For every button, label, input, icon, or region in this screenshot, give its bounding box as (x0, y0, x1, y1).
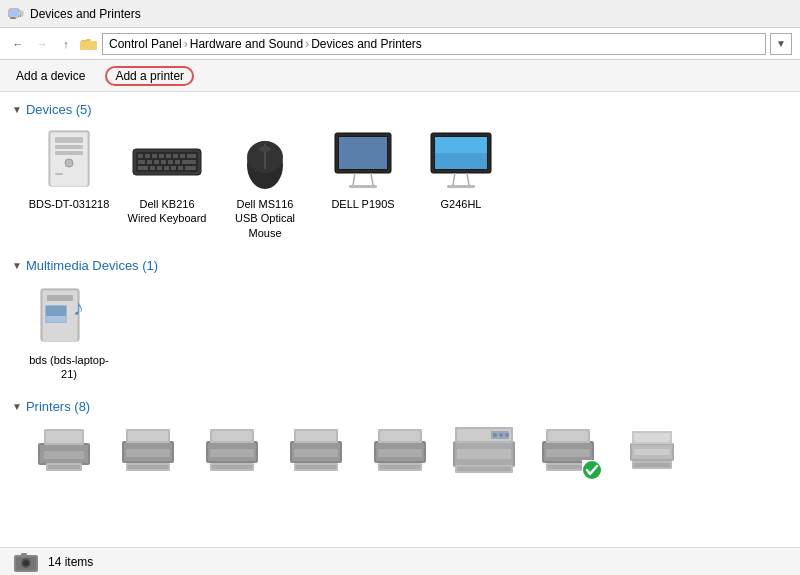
svg-line-57 (467, 173, 469, 185)
svg-rect-70 (46, 431, 82, 443)
toolbar: Add a device Add a printer (0, 60, 800, 92)
svg-rect-79 (128, 465, 168, 469)
printer-item-4[interactable] (276, 422, 356, 480)
path-icon (80, 36, 98, 52)
up-button[interactable]: ↑ (56, 34, 76, 54)
svg-rect-38 (164, 166, 169, 170)
svg-rect-86 (212, 465, 252, 469)
title-bar-icon (8, 6, 24, 22)
svg-rect-17 (55, 173, 63, 175)
svg-rect-91 (296, 431, 336, 441)
svg-point-130 (23, 560, 29, 566)
svg-rect-35 (138, 166, 148, 170)
device-item-keyboard[interactable]: Dell KB216 Wired Keyboard (122, 125, 212, 244)
multimedia-section-title: Multimedia Devices (1) (26, 258, 158, 273)
svg-rect-126 (634, 463, 670, 467)
svg-rect-116 (548, 431, 588, 441)
svg-rect-96 (378, 449, 422, 457)
svg-rect-14 (55, 145, 83, 149)
svg-rect-10 (86, 39, 91, 41)
svg-line-56 (453, 173, 455, 185)
svg-rect-27 (187, 154, 196, 158)
svg-rect-103 (457, 449, 511, 459)
svg-rect-58 (447, 185, 475, 188)
svg-point-16 (65, 159, 73, 167)
svg-rect-25 (173, 154, 178, 158)
monitor1-icon (331, 129, 395, 193)
device-item-multimedia[interactable]: ♪ bds (bds-laptop-21) (24, 281, 114, 386)
svg-rect-22 (152, 154, 157, 158)
title-bar-text: Devices and Printers (30, 7, 141, 21)
mouse-icon (233, 129, 297, 193)
svg-rect-7 (20, 15, 21, 17)
path-part-3: Devices and Printers (311, 37, 422, 51)
add-printer-button[interactable]: Add a printer (105, 66, 194, 86)
back-button[interactable]: ← (8, 34, 28, 54)
svg-rect-89 (294, 449, 338, 457)
title-bar: Devices and Printers (0, 0, 800, 28)
svg-rect-100 (380, 465, 420, 469)
printer-item-1[interactable] (24, 422, 104, 480)
computer-icon (37, 129, 101, 193)
keyboard-icon (135, 129, 199, 193)
svg-rect-98 (380, 431, 420, 441)
svg-rect-34 (182, 160, 196, 164)
address-path: Control Panel › Hardware and Sound › Dev… (102, 33, 766, 55)
multimedia-chevron: ▼ (12, 260, 22, 271)
status-camera-icon (12, 548, 40, 576)
device-label-computer: BDS-DT-031218 (29, 197, 110, 211)
svg-rect-124 (634, 433, 670, 442)
svg-rect-21 (145, 154, 150, 158)
svg-point-109 (493, 433, 497, 437)
svg-rect-68 (44, 451, 84, 459)
printer-item-6[interactable] (444, 422, 524, 480)
svg-rect-24 (166, 154, 171, 158)
printer-item-8[interactable] (612, 422, 692, 480)
printer-icon-6 (452, 426, 516, 476)
svg-line-50 (371, 173, 373, 185)
svg-rect-23 (159, 154, 164, 158)
svg-rect-1 (10, 10, 18, 16)
svg-rect-55 (435, 137, 487, 153)
svg-rect-41 (185, 166, 196, 170)
svg-point-45 (259, 146, 271, 152)
svg-rect-51 (349, 185, 377, 188)
printers-section-header: ▼ Printers (8) (12, 393, 788, 418)
device-label-monitor2: G246HL (441, 197, 482, 211)
device-item-computer[interactable]: BDS-DT-031218 (24, 125, 114, 244)
svg-point-111 (505, 433, 509, 437)
svg-rect-75 (126, 449, 170, 457)
multimedia-section-header: ▼ Multimedia Devices (1) (12, 252, 788, 277)
svg-rect-131 (21, 553, 27, 556)
printer-item-3[interactable] (192, 422, 272, 480)
svg-rect-72 (48, 465, 80, 469)
svg-rect-40 (178, 166, 183, 170)
printer-item-2[interactable] (108, 422, 188, 480)
address-dropdown-button[interactable]: ▼ (770, 33, 792, 55)
path-part-1: Control Panel (109, 37, 182, 51)
svg-rect-28 (138, 160, 145, 164)
multimedia-icon: ♪ (37, 285, 101, 349)
svg-rect-29 (147, 160, 152, 164)
devices-chevron: ▼ (12, 104, 22, 115)
svg-rect-63 (46, 306, 66, 316)
forward-button[interactable]: → (32, 34, 52, 54)
device-item-monitor2[interactable]: G246HL (416, 125, 506, 244)
svg-rect-20 (138, 154, 143, 158)
svg-point-110 (499, 433, 503, 437)
device-item-mouse[interactable]: Dell MS116 USB Optical Mouse (220, 125, 310, 244)
printers-chevron: ▼ (12, 401, 22, 412)
status-item-count: 14 items (48, 555, 93, 569)
main-content: ▼ Devices (5) BDS-DT (0, 92, 800, 547)
svg-line-49 (353, 173, 355, 185)
svg-rect-61 (47, 295, 73, 301)
printer-item-5[interactable] (360, 422, 440, 480)
device-label-monitor1: DELL P190S (331, 197, 394, 211)
svg-rect-122 (634, 449, 670, 455)
monitor2-icon (429, 129, 493, 193)
add-device-button[interactable]: Add a device (12, 67, 89, 85)
printer-icon-7 (536, 426, 600, 476)
multimedia-grid: ♪ bds (bds-laptop-21) (12, 277, 788, 394)
device-item-monitor1[interactable]: DELL P190S (318, 125, 408, 244)
printer-item-7[interactable] (528, 422, 608, 480)
